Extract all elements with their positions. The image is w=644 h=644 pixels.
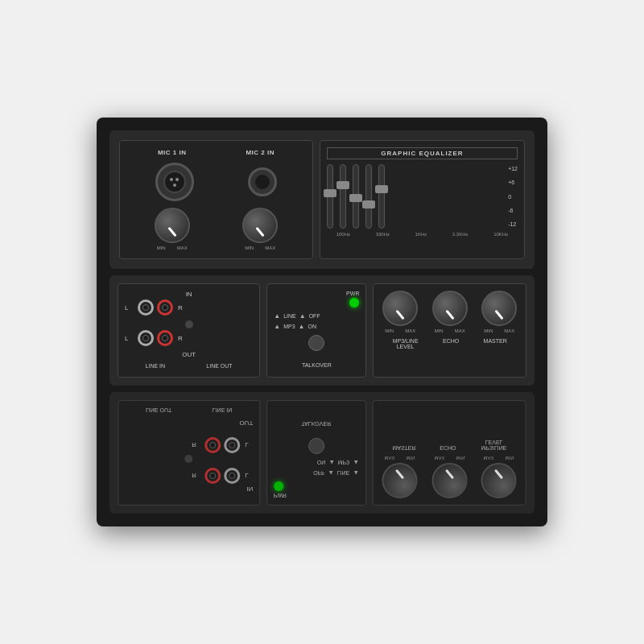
pwr-led — [349, 298, 359, 308]
eq-slider-1khz — [353, 164, 359, 229]
bottom-knob-2 — [432, 463, 468, 498]
mp3-max: MAX — [405, 328, 415, 333]
off-label: OFF — [309, 313, 320, 319]
rca-in-right-label: R — [178, 304, 186, 312]
master-knob[interactable] — [481, 291, 517, 326]
rca-jack-inner — [142, 304, 149, 311]
trs-inner — [255, 175, 270, 189]
rca-out-row: L R — [125, 330, 253, 346]
bottom-knob-3 — [382, 463, 418, 498]
talkover-section: PWR ▲ LINE ▲ OFF ▲ MP3 ▲ ON TALKOVER — [266, 283, 366, 378]
talkover-toggle[interactable] — [308, 335, 324, 351]
rca-in-left[interactable] — [138, 299, 154, 316]
top-panel: MIC 1 IN MIC 2 IN — [109, 130, 535, 269]
bottom-panel-reflection: IN L R L — [109, 392, 535, 514]
bottom-line-section: IN L R L — [118, 400, 260, 506]
rca-jack-inner — [142, 335, 149, 341]
eq-title: GRAPHIC EQUALIZER — [327, 147, 518, 159]
rca-out-left[interactable] — [138, 330, 154, 346]
master-knob-group: MIN MAX — [481, 291, 517, 333]
eq-sliders — [327, 164, 505, 229]
slider-thumb-2[interactable] — [336, 181, 349, 189]
master-min: MIN — [484, 328, 493, 333]
slider-track-4[interactable] — [365, 164, 372, 229]
rca-in-left-label: L — [125, 304, 133, 312]
rca-in-connectors — [138, 299, 173, 316]
slider-thumb-5[interactable] — [375, 185, 388, 193]
slider-thumb-4[interactable] — [362, 200, 375, 208]
bottom-rca-in-connectors — [204, 468, 240, 484]
switch-group: ▲ LINE ▲ OFF ▲ MP3 ▲ ON — [274, 312, 320, 330]
controls-labels-row: MP3/LINELEVEL ECHO MASTER — [380, 338, 519, 349]
mic2-level-knob[interactable] — [242, 208, 278, 243]
xlr-pin — [173, 184, 176, 187]
trs-connector[interactable] — [248, 167, 277, 196]
master-label: MASTER — [484, 338, 507, 349]
line-bottom-labels: LINE IN LINE OUT — [125, 363, 253, 369]
mic2-min-label: MIN — [245, 246, 254, 250]
mic1-level-knob[interactable] — [155, 208, 190, 243]
line-out-label: LINE OUT — [206, 363, 232, 369]
rca-out-right[interactable] — [157, 330, 173, 346]
bottom-rca-R: R — [192, 473, 200, 480]
mp3-line-knob[interactable] — [382, 291, 418, 326]
eq-slider-33khz — [365, 164, 372, 229]
bottom-controls-section: MIN MAX MIN MAX MIN MAX — [373, 400, 526, 506]
bottom-rca-out-right — [204, 437, 221, 453]
mic2-in-label: MIC 2 IN — [246, 149, 275, 156]
bottom-rca-in-row: L R — [125, 468, 253, 484]
xlr-connector[interactable] — [155, 163, 194, 201]
echo-knob[interactable] — [432, 291, 468, 326]
bottom-out-label: OUT — [239, 419, 253, 427]
slider-track-2[interactable] — [340, 164, 346, 229]
bottom-rca-out-left — [224, 437, 240, 453]
slider-thumb-1[interactable] — [324, 189, 336, 197]
bottom-line-in: LINE IN — [213, 407, 233, 413]
freq-100hz: 100Hz — [336, 232, 350, 237]
freq-10khz: 10KHz — [493, 232, 508, 237]
mp3-label: MP3 — [283, 324, 295, 329]
bottom-rca-out-row: L R — [125, 437, 253, 453]
eq-slider-100hz — [327, 164, 333, 229]
rca-out-connectors — [138, 330, 173, 346]
bottom-toggle — [308, 438, 324, 454]
eq-minus12: -12 — [508, 221, 518, 227]
eq-labels-right: +12 +6 0 -6 -12 — [508, 164, 518, 229]
eq-zero: 0 — [508, 194, 518, 200]
ground-screw — [185, 320, 193, 328]
rca-in-right[interactable] — [157, 299, 173, 316]
bottom-rca-in-left — [224, 468, 240, 484]
rca-in-row: L R — [125, 299, 253, 316]
xlr-inner — [163, 171, 186, 193]
line-in-label: LINE IN — [146, 363, 166, 369]
freq-33khz: 3.3KHz — [452, 232, 469, 237]
eq-slider-10khz — [378, 164, 385, 229]
controls-section: MIN MAX MIN MAX MIN MAX — [373, 283, 526, 378]
echo-knob-group: MIN MAX — [432, 291, 468, 333]
talkover-label: TALKOVER — [302, 362, 332, 368]
mp3-switch-icon: ▲ — [274, 323, 280, 330]
mp3-switch-item: ▲ MP3 ▲ ON — [274, 323, 320, 330]
audio-mixer: MIC 1 IN MIC 2 IN — [97, 118, 547, 526]
bottom-pwr-led — [274, 481, 283, 491]
mic-inputs-section: MIC 1 IN MIC 2 IN — [119, 140, 313, 259]
slider-track-1[interactable] — [327, 164, 333, 229]
off-switch-icon: ▲ — [299, 312, 306, 320]
xlr-pin — [175, 178, 179, 181]
bottom-knob-1 — [481, 463, 517, 498]
bottom-rca-in-right — [204, 468, 221, 484]
bottom-line-out: LINE OUT — [146, 407, 171, 413]
slider-thumb-3[interactable] — [349, 194, 362, 202]
xlr-pin — [170, 178, 173, 181]
rca-jack-inner — [162, 335, 168, 341]
bottom-talkover-label: TALKOVER — [302, 421, 332, 427]
slider-track-3[interactable] — [353, 164, 359, 229]
bottom-in-label: IN — [246, 485, 253, 493]
echo-min: MIN — [435, 328, 444, 333]
master-max: MAX — [504, 328, 514, 333]
eq-section: GRAPHIC EQUALIZER — [320, 140, 525, 259]
eq-freq-labels: 100Hz 330Hz 1KHz 3.3KHz 10KHz — [327, 232, 518, 237]
bottom-line-labels: LINE IN LINE OUT — [125, 407, 253, 413]
bottom-pwr-label: PWR — [274, 493, 287, 498]
slider-track-5[interactable] — [378, 164, 385, 229]
